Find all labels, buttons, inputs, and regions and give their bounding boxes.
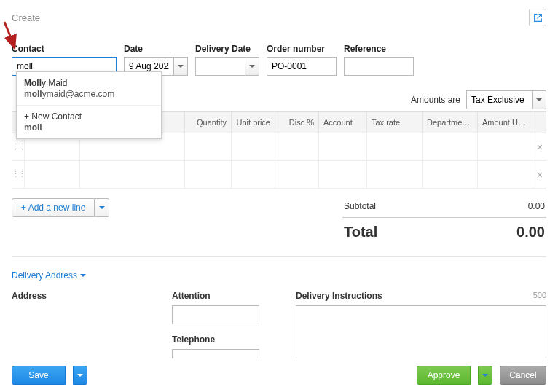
col-unitprice: Unit price <box>232 112 275 133</box>
reference-input[interactable] <box>344 57 414 76</box>
col-disc: Disc % <box>275 112 319 133</box>
save-dropdown-button[interactable] <box>73 366 87 385</box>
add-line-dropdown-button[interactable] <box>95 198 109 217</box>
order-number-input[interactable] <box>267 57 337 76</box>
total-label: Total <box>344 224 377 240</box>
delivery-date-input[interactable] <box>195 57 245 76</box>
delivery-instructions-label: Delivery Instructions <box>296 291 382 301</box>
amounts-are-label: Amounts are <box>411 95 460 105</box>
delivery-date-dropdown-button[interactable] <box>245 57 259 76</box>
col-quantity: Quantity <box>185 112 232 133</box>
delivery-date-label: Delivery Date <box>195 44 259 54</box>
telephone-label: Telephone <box>172 334 281 345</box>
autocomplete-suggestion[interactable]: Molly Maid mollymaid@acme.com <box>17 72 161 105</box>
add-line-button[interactable]: + Add a new line <box>12 198 95 217</box>
address-label: Address <box>12 291 157 301</box>
drag-handle-icon[interactable] <box>12 161 25 188</box>
delivery-instructions-input[interactable] <box>296 305 546 362</box>
autocomplete-new-contact[interactable]: + New Contact moll <box>17 105 161 138</box>
col-department: Departme… <box>423 112 478 133</box>
contact-label: Contact <box>12 44 117 54</box>
attention-input[interactable] <box>172 305 259 324</box>
amounts-are-dropdown-button[interactable] <box>532 90 546 109</box>
col-amount: Amount UAH <box>478 112 533 133</box>
subtotal-label: Subtotal <box>344 201 376 211</box>
instructions-char-limit: 500 <box>533 291 546 305</box>
cancel-button[interactable]: Cancel <box>500 366 546 385</box>
col-account: Account <box>319 112 367 133</box>
date-label: Date <box>124 44 188 54</box>
delete-row-icon[interactable]: × <box>533 161 546 188</box>
date-dropdown-button[interactable] <box>173 57 188 76</box>
contact-autocomplete-dropdown: Molly Maid mollymaid@acme.com + New Cont… <box>16 71 162 139</box>
approve-button[interactable]: Approve <box>417 366 471 385</box>
save-button[interactable]: Save <box>12 366 66 385</box>
table-row[interactable]: × <box>12 161 546 189</box>
attention-label: Attention <box>172 291 281 301</box>
delete-row-icon[interactable]: × <box>533 133 546 160</box>
col-taxrate: Tax rate <box>367 112 423 133</box>
amounts-are-select[interactable] <box>466 90 532 109</box>
approve-dropdown-button[interactable] <box>478 366 492 385</box>
subtotal-value: 0.00 <box>528 201 545 211</box>
open-external-icon[interactable] <box>529 9 546 26</box>
order-number-label: Order number <box>267 44 337 54</box>
breadcrumb: Create <box>12 12 40 23</box>
total-value: 0.00 <box>516 224 545 240</box>
delivery-address-toggle[interactable]: Delivery Address <box>12 270 86 281</box>
reference-label: Reference <box>344 44 414 54</box>
